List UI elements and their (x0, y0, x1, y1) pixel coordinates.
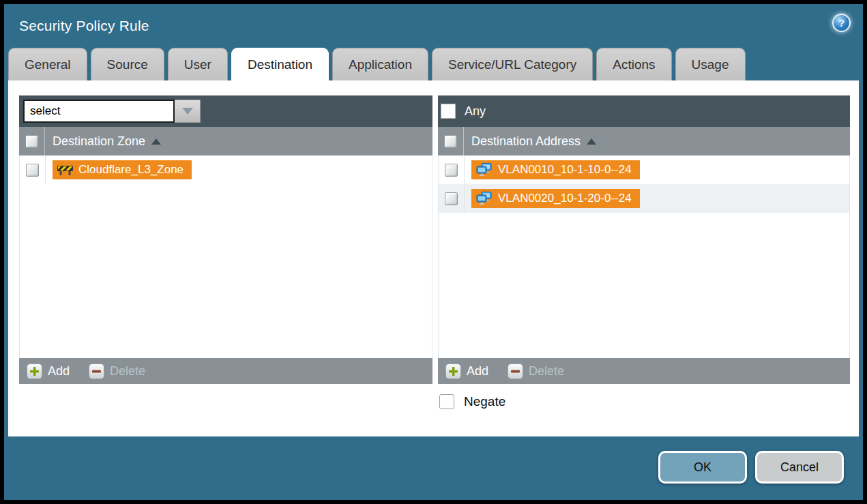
address-entry-label: VLAN0020_10-1-20-0--24 (498, 192, 632, 205)
add-label: Add (48, 364, 70, 379)
minus-icon (89, 364, 104, 379)
delete-label: Delete (529, 364, 564, 379)
plus-icon (445, 364, 461, 379)
zone-column-header-row: Destination Zone (19, 127, 432, 155)
any-label: Any (465, 104, 486, 119)
zone-icon (57, 164, 73, 176)
delete-label: Delete (110, 364, 145, 379)
tab-application[interactable]: Application (332, 48, 428, 80)
row-checkbox-cell (439, 184, 465, 213)
zone-list: Cloudflare_L3_Zone (19, 155, 432, 358)
zone-select-dropdown-button[interactable] (175, 100, 201, 123)
address-icon (476, 192, 493, 205)
table-row: Cloudflare_L3_Zone (20, 155, 432, 184)
tab-label: Application (349, 57, 412, 72)
plus-icon (27, 364, 42, 379)
ok-button-label: OK (694, 460, 711, 475)
row-checkbox-cell (20, 155, 46, 184)
address-entry-label: VLAN0010_10-1-10-0--24 (498, 163, 632, 177)
help-glyph: ? (838, 17, 844, 29)
delete-zone-button[interactable]: Delete (89, 364, 145, 379)
address-entry[interactable]: VLAN0020_10-1-20-0--24 (471, 189, 640, 208)
zone-filter-bar (19, 95, 432, 127)
any-bar: Any (438, 95, 850, 127)
chevron-down-icon (182, 108, 193, 115)
zone-entry-label: Cloudflare_L3_Zone (78, 163, 183, 177)
any-checkbox[interactable] (441, 104, 456, 119)
tab-label: Actions (613, 57, 655, 72)
destination-zone-panel: Destination Zone (19, 95, 432, 384)
add-address-button[interactable]: Add (445, 364, 488, 379)
minus-icon (508, 364, 523, 379)
zone-row-checkbox[interactable] (26, 164, 39, 177)
cancel-button[interactable]: Cancel (755, 451, 844, 484)
destination-tab-content: Destination Zone (8, 80, 859, 436)
add-label: Add (467, 364, 488, 379)
title-bar: Security Policy Rule ? (4, 4, 863, 48)
zone-header-checkbox-cell (19, 127, 45, 155)
address-row-checkbox[interactable] (445, 192, 458, 205)
address-column-header-row: Destination Address (438, 127, 850, 155)
tab-usage[interactable]: Usage (675, 48, 746, 80)
tab-label: Source (107, 57, 148, 72)
address-list: VLAN0010_10-1-10-0--24 (438, 155, 850, 358)
table-row: VLAN0020_10-1-20-0--24 (439, 184, 849, 213)
help-icon[interactable]: ? (832, 14, 851, 32)
address-row-checkbox[interactable] (445, 164, 458, 177)
zone-column-header-label: Destination Zone (53, 134, 145, 149)
tab-label: General (25, 57, 71, 72)
tab-label: Service/URL Category (448, 57, 576, 72)
tab-label: User (184, 57, 211, 72)
negate-label: Negate (464, 394, 505, 409)
tab-user[interactable]: User (168, 48, 228, 80)
cancel-button-label: Cancel (780, 460, 819, 475)
sort-ascending-icon[interactable] (151, 138, 161, 145)
negate-row: Negate (439, 394, 505, 409)
dialog-title: Security Policy Rule (19, 18, 149, 34)
sort-ascending-icon[interactable] (587, 138, 596, 145)
table-row: VLAN0010_10-1-10-0--24 (439, 155, 849, 184)
address-entry[interactable]: VLAN0010_10-1-10-0--24 (471, 160, 640, 179)
destination-address-panel: Any Destination Address (438, 95, 850, 384)
zone-column-header[interactable]: Destination Zone (45, 127, 161, 155)
ok-button[interactable]: OK (658, 451, 747, 484)
address-icon (476, 163, 493, 177)
address-column-header[interactable]: Destination Address (464, 127, 596, 155)
zone-entry[interactable]: Cloudflare_L3_Zone (53, 160, 192, 179)
add-zone-button[interactable]: Add (27, 364, 70, 379)
tab-bar: General Source User Destination Applicat… (4, 48, 863, 80)
zone-panel-footer: Add Delete (19, 358, 432, 384)
address-column-header-label: Destination Address (471, 134, 581, 149)
tab-destination[interactable]: Destination (231, 48, 329, 80)
address-header-checkbox-cell (438, 127, 464, 155)
tab-label: Destination (248, 57, 312, 72)
tab-label: Usage (692, 57, 729, 72)
tab-actions[interactable]: Actions (596, 48, 671, 80)
tab-source[interactable]: Source (91, 48, 164, 80)
negate-checkbox[interactable] (439, 394, 454, 409)
tab-general[interactable]: General (8, 48, 87, 80)
delete-address-button[interactable]: Delete (508, 364, 564, 379)
address-select-all-checkbox[interactable] (444, 135, 457, 148)
address-panel-footer: Add Delete (438, 358, 850, 384)
zone-select-all-checkbox[interactable] (25, 135, 38, 148)
security-policy-rule-dialog: Security Policy Rule ? General Source Us… (4, 4, 863, 500)
row-checkbox-cell (439, 155, 465, 184)
zone-select-input[interactable] (23, 100, 175, 123)
tab-service-url-category[interactable]: Service/URL Category (432, 48, 593, 80)
